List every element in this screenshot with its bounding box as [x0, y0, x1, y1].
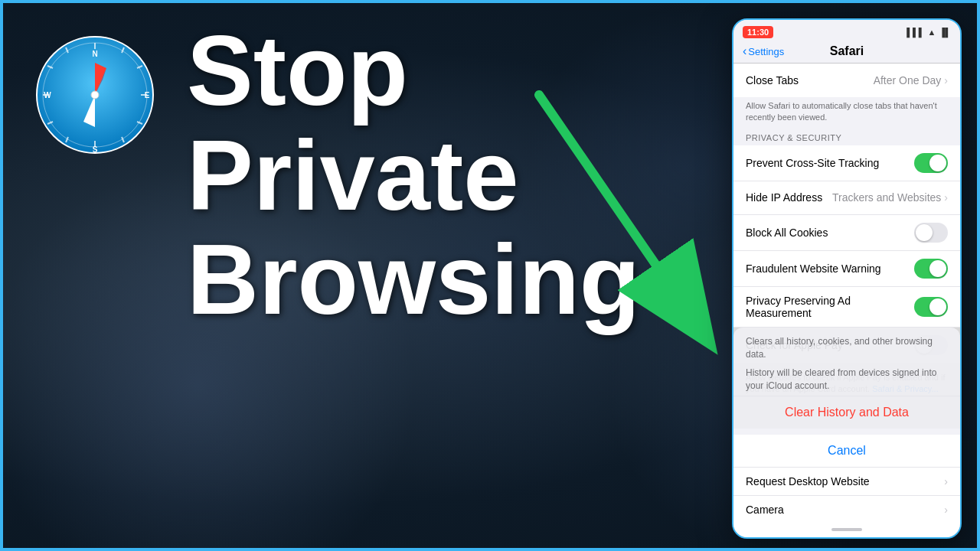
prevent-tracking-toggle[interactable]	[914, 153, 948, 173]
fraud-warning-label: Fraudulent Website Warning	[746, 262, 914, 275]
svg-text:E: E	[145, 91, 150, 99]
svg-text:S: S	[93, 145, 98, 154]
home-indicator	[831, 528, 862, 531]
close-tabs-chevron-icon: ›	[944, 74, 948, 86]
camera-row[interactable]: Camera ›	[733, 495, 960, 523]
iphone-panel: 11:30 ▌▌▌ ▲ ▐▌ ‹ Settings Safari Close T…	[732, 18, 962, 539]
toggle-thumb	[916, 224, 933, 241]
block-cookies-toggle[interactable]	[914, 223, 948, 243]
toggle-thumb	[929, 155, 946, 171]
cancel-button[interactable]: Cancel	[733, 429, 960, 467]
ad-measurement-toggle[interactable]	[914, 297, 948, 317]
svg-text:W: W	[44, 91, 51, 99]
ad-measurement-label: Privacy Preserving Ad Measurement	[746, 295, 914, 319]
ad-measurement-row[interactable]: Privacy Preserving Ad Measurement	[733, 287, 960, 328]
green-arrow	[524, 80, 753, 386]
modal-overlay: Clears all history, cookies, and other b…	[733, 328, 960, 537]
clear-history-button[interactable]: Clear History and Data	[733, 396, 960, 429]
modal-desc2: History will be cleared from devices sig…	[733, 364, 960, 396]
close-tabs-group: Close Tabs After One Day ›	[733, 64, 960, 97]
prevent-tracking-label: Prevent Cross-Site Tracking	[746, 157, 914, 169]
modal-desc1: Clears all history, cookies, and other b…	[733, 328, 960, 364]
block-cookies-row[interactable]: Block All Cookies	[733, 215, 960, 251]
request-desktop-chevron-icon: ›	[944, 475, 948, 487]
modal-dialog: Clears all history, cookies, and other b…	[733, 328, 960, 467]
status-bar: 11:30 ▌▌▌ ▲ ▐▌	[733, 20, 960, 41]
battery-icon: ▐▌	[939, 28, 951, 37]
status-time: 11:30	[743, 26, 773, 38]
camera-label: Camera	[746, 504, 784, 516]
back-button[interactable]: ‹ Settings	[743, 44, 784, 58]
nav-bar: ‹ Settings Safari	[733, 41, 960, 64]
close-tabs-desc: Allow Safari to automatically close tabs…	[733, 97, 960, 130]
hide-ip-row[interactable]: Hide IP Address Trackers and Websites ›	[733, 181, 960, 215]
svg-line-23	[539, 95, 707, 340]
request-desktop-row[interactable]: Request Desktop Website ›	[733, 467, 960, 495]
svg-text:N: N	[92, 50, 97, 58]
fraud-warning-row[interactable]: Fraudulent Website Warning	[733, 251, 960, 287]
privacy-section-label: PRIVACY & SECURITY	[733, 130, 960, 145]
close-tabs-row[interactable]: Close Tabs After One Day ›	[733, 64, 960, 97]
wifi-icon: ▲	[928, 28, 936, 37]
fraud-warning-toggle[interactable]	[914, 259, 948, 279]
status-icons: ▌▌▌ ▲ ▐▌	[906, 28, 951, 37]
page-title: Safari	[830, 44, 864, 58]
close-tabs-label: Close Tabs	[746, 74, 874, 86]
block-cookies-label: Block All Cookies	[746, 227, 914, 239]
back-chevron-icon: ‹	[743, 44, 746, 58]
prevent-tracking-row[interactable]: Prevent Cross-Site Tracking	[733, 145, 960, 181]
toggle-thumb	[929, 260, 946, 277]
close-tabs-value: After One Day	[874, 74, 942, 86]
svg-point-21	[91, 91, 99, 99]
signal-icon: ▌▌▌	[906, 28, 924, 37]
toggle-thumb	[929, 298, 946, 315]
back-label: Settings	[748, 46, 784, 57]
hide-ip-value: Trackers and Websites	[832, 191, 941, 204]
camera-chevron-icon: ›	[944, 504, 948, 516]
request-desktop-label: Request Desktop Website	[746, 475, 870, 487]
safari-logo: N S W E	[34, 34, 156, 156]
hide-ip-label: Hide IP Address	[746, 191, 832, 204]
hide-ip-chevron-icon: ›	[944, 191, 948, 204]
